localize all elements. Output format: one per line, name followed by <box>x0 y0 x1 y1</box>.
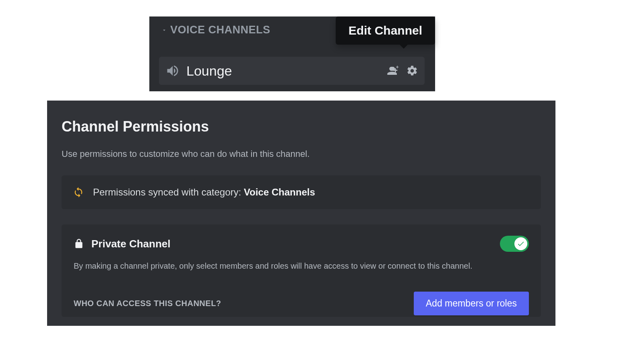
private-channel-card: Private Channel By making a channel priv… <box>62 224 541 317</box>
lock-icon <box>74 239 84 249</box>
channel-action-group: + <box>387 65 418 77</box>
sync-text-category: Voice Channels <box>244 187 315 197</box>
tooltip-label: Edit Channel <box>349 24 422 37</box>
voice-channel-row[interactable]: Lounge + <box>159 57 425 85</box>
edit-channel-tooltip: Edit Channel <box>336 16 435 45</box>
sync-text-prefix: Permissions synced with category: <box>93 187 244 197</box>
sync-text: Permissions synced with category: Voice … <box>93 187 315 198</box>
toggle-knob <box>514 237 527 250</box>
check-icon <box>517 240 525 248</box>
access-row: WHO CAN ACCESS THIS CHANNEL? Add members… <box>74 292 529 315</box>
channel-list-panel: VOICE CHANNELS Lounge + Edit Channel <box>149 16 435 91</box>
private-channel-toggle[interactable] <box>500 236 529 252</box>
add-members-button[interactable]: Add members or roles <box>414 292 529 315</box>
channel-permissions-panel: Channel Permissions Use permissions to c… <box>47 101 555 326</box>
permissions-title: Channel Permissions <box>62 118 541 135</box>
permissions-sync-bar: Permissions synced with category: Voice … <box>62 175 541 209</box>
private-channel-title: Private Channel <box>91 238 493 250</box>
voice-channel-name: Lounge <box>186 63 380 79</box>
chevron-down-icon <box>161 27 167 33</box>
invite-user-icon[interactable]: + <box>387 65 399 77</box>
permissions-subtitle: Use permissions to customize who can do … <box>62 149 541 159</box>
svg-text:+: + <box>396 65 399 70</box>
gear-icon[interactable] <box>406 65 418 77</box>
access-label: WHO CAN ACCESS THIS CHANNEL? <box>74 299 221 308</box>
private-channel-header: Private Channel <box>74 236 529 252</box>
sync-icon <box>73 187 84 198</box>
channel-category-label: VOICE CHANNELS <box>170 24 270 36</box>
private-channel-description: By making a channel private, only select… <box>74 261 529 272</box>
speaker-icon <box>165 64 180 78</box>
